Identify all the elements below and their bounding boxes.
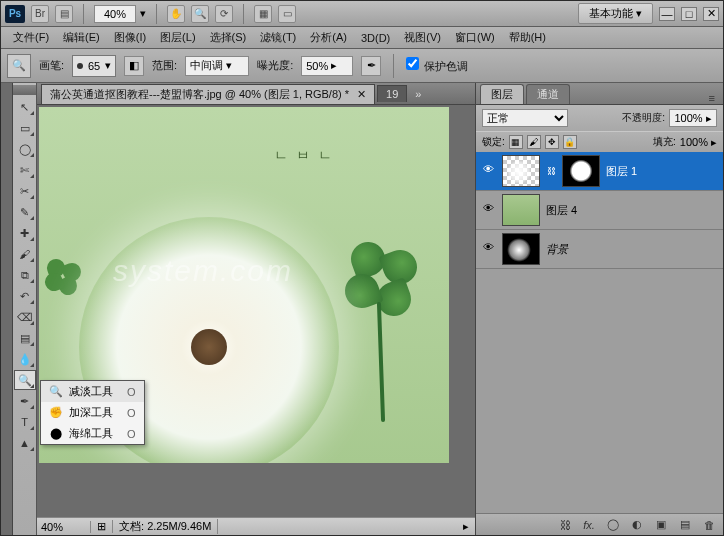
maximize-button[interactable]: □ — [681, 7, 697, 21]
mask-link-icon[interactable]: ⛓ — [546, 166, 556, 176]
layer-row-bg[interactable]: 👁 背景 — [476, 230, 723, 269]
history-brush-tool[interactable]: ↶ — [14, 286, 36, 306]
hand-icon[interactable]: ✋ — [167, 5, 185, 23]
tab-channels[interactable]: 通道 — [526, 84, 570, 104]
menu-window[interactable]: 窗口(W) — [449, 28, 501, 47]
options-bar: 🔍 画笔: 65 ▾ ◧ 范围: 中间调 ▾ 曝光度: 50% ▸ ✒ 保护色调 — [1, 49, 723, 83]
document-tab-1[interactable]: 蒲公英通道抠图教程---楚盟博客.jpg @ 40% (图层 1, RGB/8)… — [41, 84, 375, 104]
blend-mode-select[interactable]: 正常 — [482, 109, 568, 127]
rotate-view-icon[interactable]: ⟳ — [215, 5, 233, 23]
menu-layer[interactable]: 图层(L) — [154, 28, 201, 47]
quick-select-tool[interactable]: ✄ — [14, 160, 36, 180]
layer-thumb[interactable] — [502, 155, 540, 187]
close-icon[interactable]: ✕ — [357, 88, 366, 101]
arrange-docs-icon[interactable]: ▦ — [254, 5, 272, 23]
zoom-dropdown-icon[interactable]: ▾ — [140, 7, 146, 20]
status-dimensions-icon[interactable]: ⊞ — [91, 520, 113, 533]
fill-value: 100% — [680, 136, 708, 148]
adjustment-layer-icon[interactable]: ◐ — [629, 517, 645, 533]
brush-tool[interactable]: 🖌 — [14, 244, 36, 264]
layer-thumb[interactable] — [502, 233, 540, 265]
zoom-icon[interactable]: 🔍 — [191, 5, 209, 23]
range-select[interactable]: 中间调 ▾ — [185, 56, 249, 76]
toolbox-grip[interactable] — [13, 85, 36, 95]
layer-name[interactable]: 图层 1 — [606, 164, 719, 179]
menu-filter[interactable]: 滤镜(T) — [254, 28, 302, 47]
status-zoom[interactable]: 40% — [37, 521, 91, 533]
lasso-tool[interactable]: ◯ — [14, 139, 36, 159]
new-group-icon[interactable]: ▣ — [653, 517, 669, 533]
tabstrip-overflow-icon[interactable]: » — [409, 88, 427, 100]
menu-edit[interactable]: 编辑(E) — [57, 28, 106, 47]
lock-all-icon[interactable]: 🔒 — [563, 135, 577, 149]
protect-tone-checkbox[interactable]: 保护色调 — [406, 57, 468, 74]
flyout-burn[interactable]: ✊ 加深工具 O — [41, 402, 144, 423]
move-tool[interactable]: ↖ — [14, 97, 36, 117]
type-tool[interactable]: T — [14, 412, 36, 432]
menu-analysis[interactable]: 分析(A) — [304, 28, 353, 47]
workspace-switcher[interactable]: 基本功能 ▾ — [578, 3, 653, 24]
canvas-wrap: ㄴ ㅂ ㄴ system.com — [37, 105, 475, 517]
blur-tool[interactable]: 💧 — [14, 349, 36, 369]
menu-select[interactable]: 选择(S) — [204, 28, 253, 47]
bridge-icon[interactable]: Br — [31, 5, 49, 23]
fill-input[interactable]: 100% ▸ — [680, 136, 717, 149]
layer-name[interactable]: 背景 — [546, 242, 719, 257]
status-menu-icon[interactable]: ▸ — [457, 520, 475, 533]
opacity-label: 不透明度: — [622, 111, 665, 125]
stamp-tool[interactable]: ⧉ — [14, 265, 36, 285]
menu-help[interactable]: 帮助(H) — [503, 28, 552, 47]
path-select-tool[interactable]: ▲ — [14, 433, 36, 453]
pen-tool[interactable]: ✒ — [14, 391, 36, 411]
protect-tone-input[interactable] — [406, 57, 419, 70]
dodge-tool[interactable]: 🔍 — [14, 370, 36, 390]
document-tab-2[interactable]: 19 — [377, 85, 407, 102]
marquee-tool[interactable]: ▭ — [14, 118, 36, 138]
link-layers-icon[interactable]: ⛓ — [557, 517, 573, 533]
lock-pixels-icon[interactable]: 🖌 — [527, 135, 541, 149]
eraser-tool[interactable]: ⌫ — [14, 307, 36, 327]
exposure-input[interactable]: 50% ▸ — [301, 56, 353, 76]
tab-layers[interactable]: 图层 — [480, 84, 524, 104]
layer-mask-thumb[interactable] — [562, 155, 600, 187]
layer-row-1[interactable]: 👁 ⛓ 图层 1 — [476, 152, 723, 191]
lock-label: 锁定: — [482, 135, 505, 149]
chevron-down-icon: ▾ — [105, 59, 111, 72]
burn-label: 加深工具 — [69, 405, 113, 420]
current-tool-icon[interactable]: 🔍 — [7, 54, 31, 78]
fx-icon[interactable]: fx. — [581, 517, 597, 533]
flyout-dodge[interactable]: 🔍 减淡工具 O — [41, 381, 144, 402]
brush-panel-toggle[interactable]: ◧ — [124, 56, 144, 76]
menu-view[interactable]: 视图(V) — [398, 28, 447, 47]
layer-row-4[interactable]: 👁 图层 4 — [476, 191, 723, 230]
airbrush-icon[interactable]: ✒ — [361, 56, 381, 76]
lock-transparency-icon[interactable]: ▦ — [509, 135, 523, 149]
status-docinfo[interactable]: 文档: 2.25M/9.46M — [113, 519, 218, 534]
eyedropper-tool[interactable]: ✎ — [14, 202, 36, 222]
visibility-toggle[interactable]: 👁 — [480, 241, 496, 257]
menu-3d[interactable]: 3D(D) — [355, 30, 396, 46]
close-button[interactable]: ✕ — [703, 7, 719, 21]
layer-name[interactable]: 图层 4 — [546, 203, 719, 218]
visibility-toggle[interactable]: 👁 — [480, 202, 496, 218]
opacity-input[interactable]: 100% ▸ — [669, 109, 717, 127]
gradient-tool[interactable]: ▤ — [14, 328, 36, 348]
crop-tool[interactable]: ✂ — [14, 181, 36, 201]
panel-menu-icon[interactable]: ≡ — [705, 92, 719, 104]
visibility-toggle[interactable]: 👁 — [480, 163, 496, 179]
new-layer-icon[interactable]: ▤ — [677, 517, 693, 533]
brush-preset-picker[interactable]: 65 ▾ — [72, 55, 116, 77]
dodge-key: O — [127, 386, 136, 398]
menu-file[interactable]: 文件(F) — [7, 28, 55, 47]
layer-thumb[interactable] — [502, 194, 540, 226]
minimize-button[interactable]: — — [659, 7, 675, 21]
healing-tool[interactable]: ✚ — [14, 223, 36, 243]
delete-layer-icon[interactable]: 🗑 — [701, 517, 717, 533]
flyout-sponge[interactable]: ⬤ 海绵工具 O — [41, 423, 144, 444]
lock-position-icon[interactable]: ✥ — [545, 135, 559, 149]
mini-bridge-icon[interactable]: ▤ — [55, 5, 73, 23]
add-mask-icon[interactable]: ◯ — [605, 517, 621, 533]
titlebar-zoom-input[interactable] — [94, 5, 136, 23]
screen-mode-icon[interactable]: ▭ — [278, 5, 296, 23]
menu-image[interactable]: 图像(I) — [108, 28, 152, 47]
